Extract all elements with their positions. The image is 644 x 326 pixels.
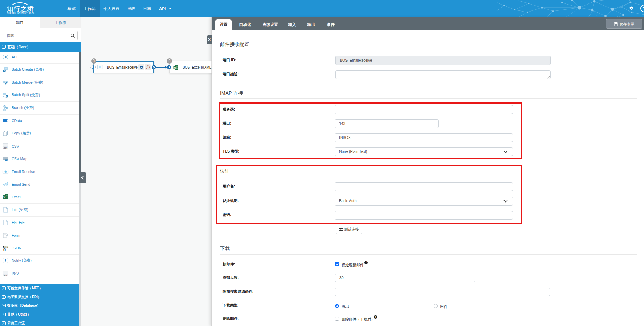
svg-text:{}: {} xyxy=(3,248,6,251)
svg-text:.CSV: .CSV xyxy=(3,147,8,149)
svg-text:X: X xyxy=(3,196,6,199)
svg-text:!: ! xyxy=(5,259,6,263)
svg-text:CSV: CSV xyxy=(6,160,8,161)
svg-text:.PSV: .PSV xyxy=(3,275,7,276)
svg-text:X: X xyxy=(174,66,176,69)
